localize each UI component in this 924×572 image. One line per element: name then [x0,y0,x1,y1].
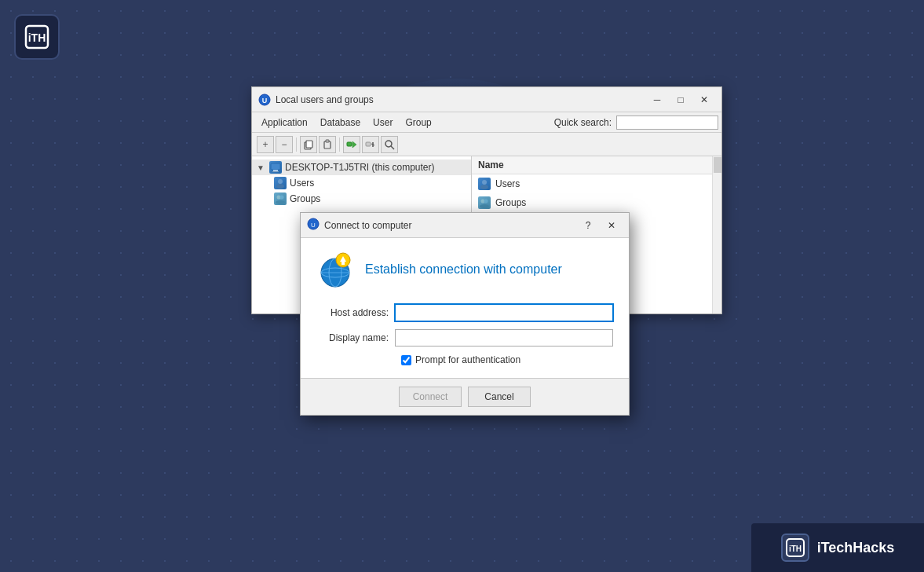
tree-item-groups-label: Groups [290,193,320,204]
svg-point-27 [480,204,489,208]
toolbar-add-button[interactable]: + [257,136,274,153]
main-window-title: Local users and groups [276,94,374,105]
host-address-input[interactable] [395,304,613,321]
dialog-help-button[interactable]: ? [577,218,599,233]
users-tree-icon [274,177,287,189]
list-header: Name [472,156,712,174]
toolbar-separator-1 [296,138,297,152]
svg-rect-8 [347,142,352,146]
display-name-row: Display name: [316,329,613,346]
tree-item-root[interactable]: ▼ DESKTOP-T1J5TRI (this computer) [252,160,471,175]
dialog-footer: Connect Cancel [301,379,629,415]
svg-rect-17 [272,171,279,172]
dialog-controls: ? ✕ [577,218,623,233]
host-address-row: Host address: [316,304,613,321]
list-item-groups[interactable]: Groups [472,193,712,212]
display-name-input[interactable] [395,329,613,346]
list-users-icon [478,178,491,190]
svg-point-13 [385,141,392,147]
toolbar-connect-button[interactable] [343,136,360,153]
tree-arrow: ▼ [257,163,266,172]
list-item-groups-label: Groups [495,197,526,208]
svg-point-24 [480,185,488,189]
toolbar-copy-button[interactable] [300,136,317,153]
dialog-title: Connect to computer [324,220,411,231]
menubar: Application Database User Group Quick se… [252,112,721,133]
quick-search-area: Quick search: [554,116,718,130]
brand-bar: iTH iTechHacks [751,523,924,572]
dialog-header-row: Establish connection with computer [316,251,613,288]
menu-group[interactable]: Group [399,115,437,130]
brand-name: iTechHacks [817,540,895,556]
list-groups-icon [478,196,491,209]
svg-rect-5 [306,141,312,148]
list-item-users-label: Users [495,178,520,189]
toolbar-remove-button[interactable]: − [276,136,293,153]
host-address-label: Host address: [316,307,395,318]
svg-rect-10 [366,142,371,146]
toolbar: + − [252,133,721,156]
menu-database[interactable]: Database [314,115,367,130]
main-window-app-icon: U [258,94,271,106]
tree-item-groups[interactable]: Groups [252,191,471,207]
svg-rect-36 [341,262,345,265]
list-item-users[interactable]: Users [472,174,712,193]
dialog-title-area: U Connect to computer [307,218,411,233]
toolbar-disconnect-button[interactable] [362,136,379,153]
main-window-titlebar: U Local users and groups ─ □ ✕ [252,87,721,112]
connect-button[interactable]: Connect [399,387,462,407]
quick-search-input[interactable] [616,116,718,130]
tree-item-users[interactable]: Users [252,175,471,191]
svg-rect-16 [273,170,278,171]
display-name-label: Display name: [316,332,395,343]
close-button[interactable]: ✕ [693,92,715,108]
main-window-controls: ─ □ ✕ [646,92,715,108]
svg-text:U: U [262,97,268,104]
computer-icon [269,161,282,174]
toolbar-search-button[interactable] [381,136,398,153]
scrollbar-thumb[interactable] [714,157,721,173]
svg-rect-7 [326,140,329,142]
brand-logo-icon: iTH [781,534,809,562]
svg-rect-15 [271,163,280,170]
svg-point-23 [482,180,487,185]
minimize-button[interactable]: ─ [646,92,668,108]
cancel-button[interactable]: Cancel [468,387,531,407]
prompt-auth-checkbox[interactable] [401,355,411,365]
quick-search-label: Quick search: [554,117,612,128]
menu-application[interactable]: Application [255,115,314,130]
list-header-name: Name [478,160,504,170]
dialog-close-button[interactable]: ✕ [601,218,623,233]
svg-point-26 [484,200,488,204]
svg-marker-9 [352,141,356,148]
dialog-header-title: Establish connection with computer [365,262,562,277]
tree-item-users-label: Users [290,178,314,189]
svg-text:iTH: iTH [28,31,46,44]
logo-icon: iTH [14,14,60,60]
svg-point-18 [278,179,283,184]
svg-point-19 [276,184,284,189]
prompt-auth-row: Prompt for authentication [316,354,613,365]
dialog-content: Establish connection with computer Host … [301,238,629,379]
groups-tree-icon [274,192,287,205]
prompt-auth-label: Prompt for authentication [415,354,520,365]
menu-user[interactable]: User [367,115,399,130]
main-window-title-area: U Local users and groups [258,94,374,106]
svg-text:iTH: iTH [789,544,802,553]
scrollbar[interactable] [712,156,721,314]
toolbar-paste-button[interactable] [319,136,336,153]
svg-text:U: U [311,222,316,229]
tree-item-root-label: DESKTOP-T1J5TRI (this computer) [285,162,435,173]
connect-dialog: U Connect to computer ? ✕ [300,212,630,416]
svg-point-21 [280,196,284,200]
dialog-app-icon: U [307,218,320,233]
dialog-titlebar: U Connect to computer ? ✕ [301,213,629,238]
maximize-button[interactable]: □ [670,92,692,108]
svg-point-22 [276,200,285,204]
globe-icon [316,251,354,288]
toolbar-separator-2 [339,138,340,152]
svg-line-14 [391,146,394,149]
